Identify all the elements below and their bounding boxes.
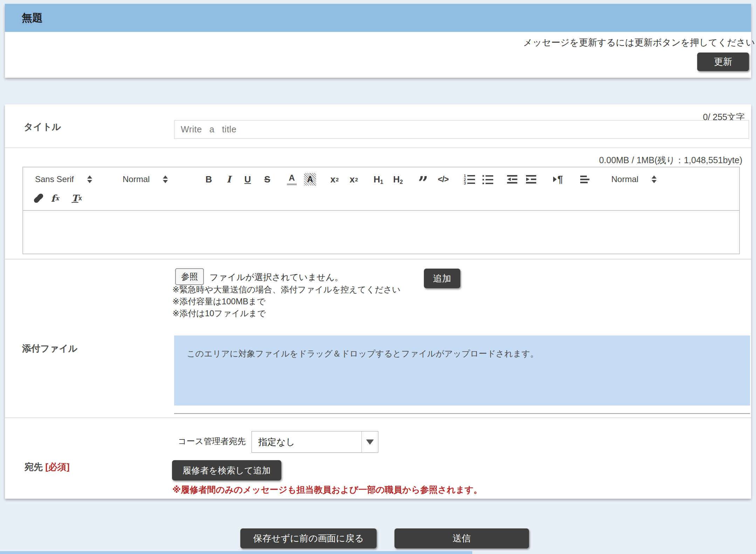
blockquote-icon[interactable]: ” [415, 167, 431, 191]
dropdown-arrow-icon [366, 439, 374, 445]
footer-blue-strip [0, 551, 472, 554]
divider [5, 147, 751, 148]
file-drop-zone[interactable]: このエリアに対象ファイルをドラッグ＆ドロップするとファイルがアップロードされます… [174, 335, 750, 406]
underline-icon[interactable]: U [240, 171, 255, 187]
update-button[interactable]: 更新 [697, 53, 749, 71]
indent-icon[interactable] [524, 171, 538, 187]
body-size-info: 0.00MB / 1MB(残り：1,048,551byte) [599, 154, 742, 166]
attachment-note: ※添付は10ファイルまで [172, 307, 400, 319]
back-without-save-button[interactable]: 保存せずに前の画面に戻る [240, 528, 377, 548]
header-1-icon[interactable]: H1 [371, 171, 386, 187]
font-family-picker[interactable]: Sans Serif [35, 174, 113, 184]
toolbar-row-2: fx Tx [35, 189, 739, 207]
message-form-card: 0/ 255文字 タイトル 0.00MB / 1MB(残り：1,048,551b… [5, 104, 751, 499]
add-attachment-button[interactable]: 追加 [424, 269, 460, 288]
page-title-bar: 無題 [5, 4, 751, 32]
italic-icon[interactable]: I [221, 171, 236, 187]
formula-icon[interactable]: fx [48, 190, 62, 206]
bullet-list-icon[interactable] [480, 171, 495, 187]
no-file-selected-text: ファイルが選択されていません。 [209, 271, 343, 283]
required-badge: [必須] [45, 462, 69, 472]
selected-option: 指定なし [258, 436, 295, 448]
message-edit-screen: 無題 メッセージを更新するには更新ボタンを押してください 更新 0/ 255文字… [0, 0, 756, 554]
recipient-warning-text: ※履修者間のみのメッセージも担当教員および一部の職員から参照されます。 [172, 484, 482, 496]
clear-format-icon[interactable]: Tx [69, 190, 84, 206]
link-icon[interactable] [32, 190, 46, 206]
title-label: タイトル [24, 121, 61, 133]
ordered-list-icon[interactable]: 123 [462, 171, 477, 187]
rich-text-editor: Sans Serif Normal B I U S A A [22, 167, 740, 254]
message-header-card: 無題 メッセージを更新するには更新ボタンを押してください 更新 [5, 4, 751, 78]
search-students-button[interactable]: 履修者を検索して追加 [172, 460, 281, 480]
editor-toolbar: Sans Serif Normal B I U S A A [22, 167, 740, 211]
attachment-note: ※添付容量は100MBまで [172, 296, 400, 307]
editor-content-area[interactable] [22, 211, 740, 254]
outdent-icon[interactable] [505, 171, 520, 187]
align-icon[interactable] [578, 171, 592, 187]
course-admin-recipient-label: コース管理者宛先 [178, 436, 246, 447]
header-2-icon[interactable]: H2 [391, 171, 405, 187]
divider [5, 259, 751, 259]
recipient-label: 宛先 [必須] [25, 461, 70, 473]
svg-text:3: 3 [464, 181, 466, 185]
code-block-icon[interactable]: </> [434, 171, 452, 187]
drop-zone-hint: このエリアに対象ファイルをドラッグ＆ドロップするとファイルがアップロードされます… [187, 348, 538, 359]
paragraph-style-picker[interactable]: Normal [611, 174, 688, 184]
divider [5, 417, 751, 418]
font-size-picker[interactable]: Normal [123, 174, 192, 184]
picker-arrows-icon [652, 175, 657, 183]
superscript-icon[interactable]: x2 [346, 171, 361, 187]
course-admin-select[interactable]: 指定なし [252, 431, 378, 453]
send-button[interactable]: 送信 [394, 528, 529, 548]
update-hint-text: メッセージを更新するには更新ボタンを押してください [523, 36, 755, 49]
browse-file-button[interactable]: 参照 [175, 268, 204, 285]
attachment-label: 添付ファイル [22, 342, 77, 355]
picker-arrows-icon [87, 175, 92, 183]
text-direction-icon[interactable]: ¶ [548, 171, 568, 187]
page-title: 無題 [22, 11, 43, 25]
toolbar-row-1: Sans Serif Normal B I U S A A [35, 169, 739, 189]
drop-zone-underline [174, 413, 750, 414]
text-color-icon[interactable]: A [284, 173, 299, 185]
subscript-icon[interactable]: x2 [327, 171, 342, 187]
strikethrough-icon[interactable]: S [260, 171, 275, 187]
attachment-note: ※緊急時や大量送信の場合、添付ファイルを控えてください [172, 284, 400, 296]
bold-icon[interactable]: B [201, 171, 216, 187]
background-color-icon[interactable]: A [304, 173, 316, 186]
select-arrow-zone [362, 431, 378, 452]
title-input[interactable] [174, 120, 749, 139]
attachment-notes: ※緊急時や大量送信の場合、添付ファイルを控えてください ※添付容量は100MBま… [172, 284, 400, 319]
picker-arrows-icon [163, 175, 168, 183]
